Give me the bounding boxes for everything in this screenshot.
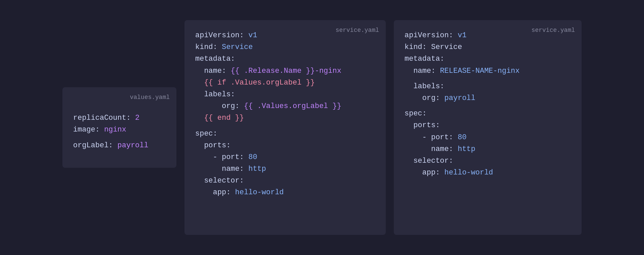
replica-line: replicaCount: 2 [73, 112, 166, 124]
r-selector-line: selector: [405, 155, 571, 167]
selector-line: selector: [195, 175, 375, 187]
r-ports-line: ports: [405, 119, 571, 131]
r-port-name-line: name: http [405, 143, 571, 155]
spacer [405, 77, 571, 81]
name-line: name: {{ .Release.Name }}-nginx [195, 65, 375, 77]
org-line: org: {{ .Values.orgLabel }} [195, 100, 375, 112]
end-line: {{ end }} [195, 112, 375, 124]
orglabel-key: orgLabel: [73, 141, 117, 150]
name-value: {{ .Release.Name }}-nginx [231, 67, 341, 75]
ports-line: ports: [195, 140, 375, 151]
r-org-value: payroll [444, 94, 475, 102]
r-kind-value: Service [431, 43, 462, 51]
org-value: {{ .Values.orgLabel }} [244, 102, 341, 110]
port-key: port: [222, 153, 248, 161]
r-apiversion-value: v1 [458, 31, 466, 40]
r-port-key: port: [431, 133, 458, 142]
apiversion-value: v1 [248, 31, 257, 40]
r-metadata-line: metadata: [405, 53, 571, 65]
r-portname-value: http [458, 145, 475, 153]
orglabel-value: payroll [117, 141, 148, 150]
spacer [405, 104, 571, 108]
if-line: {{ if .Values.orgLabel }} [195, 77, 375, 89]
r-org-line: org: payroll [405, 92, 571, 104]
r-port-item-line: - port: 80 [405, 132, 571, 143]
kind-value: Service [222, 43, 253, 51]
name-key: name: [204, 67, 230, 75]
r-org-key: org: [422, 94, 444, 102]
app-value: hello-world [235, 188, 284, 197]
r-labels-line: labels: [405, 81, 571, 92]
service-template-panel: service.yaml apiVersion: v1 kind: Servic… [184, 20, 386, 235]
port-name-line: name: http [195, 163, 375, 175]
if-stmt: {{ if .Values.orgLabel }} [204, 79, 315, 87]
r-kind-key: kind: [405, 43, 431, 51]
r-app-value: hello-world [444, 168, 493, 177]
r-spec-line: spec: [405, 108, 571, 119]
portname-key: name: [222, 165, 248, 173]
values-filename: values.yaml [130, 93, 170, 102]
port-value: 80 [248, 153, 257, 161]
r-kind-line: kind: Service [405, 41, 571, 53]
service-template-filename: service.yaml [335, 26, 379, 35]
spacer [73, 108, 166, 112]
image-key: image: [73, 125, 104, 134]
orglabel-line: orgLabel: payroll [73, 140, 166, 151]
spec-line: spec: [195, 128, 375, 140]
spacer [73, 136, 166, 140]
end-stmt: {{ end }} [204, 114, 244, 122]
kind-line: kind: Service [195, 41, 375, 53]
r-port-value: 80 [458, 133, 466, 142]
apiversion-key: apiVersion: [195, 31, 248, 40]
app-key: app: [213, 188, 235, 197]
replica-key: replicaCount: [73, 114, 135, 122]
port-item-line: - port: 80 [195, 151, 375, 163]
org-key: org: [222, 102, 244, 110]
r-portname-key: name: [431, 145, 458, 153]
app-line: app: hello-world [195, 187, 375, 198]
labels-line: labels: [195, 89, 375, 100]
portname-value: http [248, 165, 266, 173]
r-name-key: name: [413, 67, 440, 75]
r-name-value: RELEASE-NAME-nginx [440, 67, 520, 75]
service-rendered-panel: service.yaml apiVersion: v1 kind: Servic… [394, 20, 582, 235]
image-line: image: nginx [73, 124, 166, 136]
r-apiversion-key: apiVersion: [405, 31, 458, 40]
r-app-key: app: [422, 168, 444, 177]
r-name-line: name: RELEASE-NAME-nginx [405, 65, 571, 77]
values-panel: values.yaml replicaCount: 2 image: nginx… [62, 87, 176, 168]
kind-key: kind: [195, 43, 222, 51]
image-value: nginx [104, 125, 126, 134]
r-app-line: app: hello-world [405, 167, 571, 178]
service-rendered-filename: service.yaml [531, 26, 575, 35]
replica-value: 2 [135, 114, 140, 122]
metadata-line: metadata: [195, 53, 375, 65]
spacer [195, 124, 375, 128]
